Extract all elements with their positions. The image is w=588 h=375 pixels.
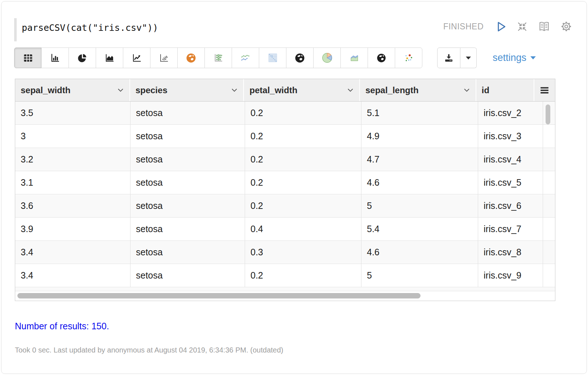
scrollbar-gutter-cell <box>543 148 555 171</box>
table-cell: setosa <box>131 148 245 171</box>
scatter-chart-button[interactable] <box>150 48 178 68</box>
table-cell: iris.csv_3 <box>478 125 543 148</box>
table-cell: 5 <box>361 194 478 217</box>
visualization-toolbar: settings <box>14 48 573 69</box>
pie-chart-color-button[interactable] <box>313 48 341 68</box>
heatmap-grid-button[interactable] <box>259 48 286 68</box>
paragraph-card: parseCSV(cat("iris.csv")) FINISHED <box>1 1 587 374</box>
toolbar-right: settings <box>437 48 536 68</box>
column-header-species[interactable]: species <box>130 79 244 101</box>
heatmap-icon <box>268 53 278 63</box>
table-cell: 4.7 <box>361 148 478 171</box>
table-cell: 3.6 <box>15 194 131 217</box>
column-header-label: sepal_length <box>365 85 419 95</box>
globe-dark-button[interactable] <box>286 48 314 68</box>
scrollbar-gutter-cell <box>543 194 555 217</box>
table-cell: setosa <box>131 194 245 217</box>
table-cell: 3.2 <box>15 148 131 171</box>
table-row-partial <box>15 287 555 291</box>
scatter-color-icon <box>403 53 414 63</box>
results-table: sepal_widthspeciespetal_widthsepal_lengt… <box>15 79 555 301</box>
book-icon[interactable] <box>538 20 551 33</box>
table-cell: setosa <box>131 241 245 264</box>
hamburger-icon <box>540 86 549 94</box>
area-color-icon <box>349 53 360 63</box>
pie-chart-icon <box>77 53 87 63</box>
paragraph-controls: FINISHED <box>443 20 572 33</box>
dot-matrix-button[interactable] <box>204 48 232 68</box>
download-button-group <box>437 48 477 68</box>
compress-icon[interactable] <box>517 21 528 32</box>
globe-dark-2-icon <box>376 53 386 63</box>
table-cell: 3.9 <box>15 218 131 240</box>
table-cell: 3.5 <box>15 102 131 124</box>
table-body: 3.5setosa0.25.1iris.csv_23setosa0.24.9ir… <box>15 102 555 287</box>
caret-down-icon <box>465 56 471 60</box>
line-chart-button[interactable] <box>123 48 150 68</box>
table-row: 3.6setosa0.25iris.csv_6 <box>15 194 555 218</box>
scrollbar-gutter-cell <box>543 171 555 194</box>
gear-icon[interactable] <box>560 21 572 32</box>
chevron-down-icon <box>117 88 124 92</box>
horizontal-scrollbar-thumb[interactable] <box>17 293 421 298</box>
download-options-button[interactable] <box>460 48 477 68</box>
table-row: 3.2setosa0.24.7iris.csv_4 <box>15 148 555 171</box>
settings-dropdown[interactable]: settings <box>493 52 536 63</box>
pie-color-icon <box>322 52 333 63</box>
download-icon <box>443 53 454 63</box>
multi-line-chart-button[interactable] <box>232 48 259 68</box>
table-cell: 0.2 <box>245 264 361 287</box>
table-cell: iris.csv_5 <box>478 171 543 194</box>
table-cell: 4.9 <box>361 125 478 148</box>
table-cell: 0.2 <box>245 125 361 148</box>
globe-dark-2-button[interactable] <box>368 48 395 68</box>
table-view-button[interactable] <box>14 48 42 68</box>
column-header-label: sepal_width <box>21 85 70 95</box>
table-row: 3.4setosa0.25iris.csv_9 <box>15 264 555 287</box>
table-cell: 3.1 <box>15 171 131 194</box>
download-button[interactable] <box>437 48 460 68</box>
pie-chart-button[interactable] <box>69 48 96 68</box>
area-chart-color-button[interactable] <box>340 48 368 68</box>
scrollbar-gutter-cell <box>543 241 555 264</box>
dot-matrix-icon <box>213 53 224 63</box>
table-row: 3.5setosa0.25.1iris.csv_2 <box>15 102 555 125</box>
chevron-down-icon <box>347 88 353 92</box>
column-header-label: id <box>482 85 489 95</box>
column-header-sepal_width[interactable]: sepal_width <box>15 79 130 101</box>
map-globe-orange-button[interactable] <box>177 48 205 68</box>
table-cell: 3.4 <box>15 241 131 264</box>
area-chart-button[interactable] <box>96 48 123 68</box>
bar-chart-button[interactable] <box>41 48 69 68</box>
table-cell: 0.4 <box>245 218 361 240</box>
column-header-label: species <box>136 85 167 95</box>
scrollbar-gutter-cell <box>543 218 555 240</box>
column-menu-button[interactable] <box>534 79 555 101</box>
multi-line-icon <box>240 53 251 63</box>
vertical-scrollbar-thumb[interactable] <box>546 104 550 124</box>
chevron-down-icon <box>231 88 237 92</box>
column-header-sepal_length[interactable]: sepal_length <box>360 79 476 101</box>
table-cell: 5.1 <box>361 102 478 124</box>
scrollbar-gutter-cell <box>543 125 555 148</box>
table-cell: iris.csv_8 <box>478 241 543 264</box>
table-cell: 0.2 <box>245 148 361 171</box>
bar-chart-icon <box>50 53 60 63</box>
table-cell: 4.6 <box>361 241 478 264</box>
table-cell: 0.2 <box>245 194 361 217</box>
table-cell: 3 <box>15 125 131 148</box>
table-cell: iris.csv_2 <box>478 102 543 124</box>
scatter-color-button[interactable] <box>395 48 422 68</box>
play-icon[interactable] <box>496 21 507 33</box>
table-cell: 0.2 <box>245 171 361 194</box>
code-text[interactable]: parseCSV(cat("iris.csv")) <box>22 22 158 33</box>
table-icon <box>23 53 33 63</box>
settings-label: settings <box>493 52 526 63</box>
scrollbar-gutter-cell <box>543 264 555 287</box>
column-header-petal_width[interactable]: petal_width <box>244 79 360 101</box>
table-cell: setosa <box>131 171 245 194</box>
table-cell: 5 <box>361 264 478 287</box>
column-header-id[interactable]: id <box>476 79 534 101</box>
table-cell: 0.2 <box>245 102 361 124</box>
table-row: 3.4setosa0.34.6iris.csv_8 <box>15 241 555 264</box>
